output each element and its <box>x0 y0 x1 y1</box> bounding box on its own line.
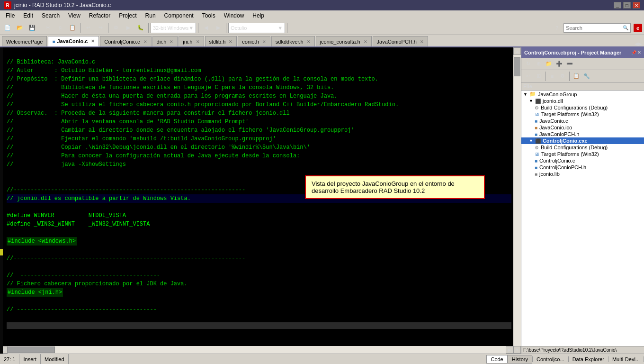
menu-window[interactable]: Window <box>220 11 248 20</box>
panel-tb2-btn4[interactable]: ⚙ <box>558 72 567 81</box>
tree-item-controljconioc[interactable]: ■ ControljConio.c <box>521 157 644 164</box>
maximize-button[interactable]: □ <box>623 2 631 9</box>
menu-component[interactable]: Component <box>161 11 197 20</box>
nav-back[interactable]: ◀ <box>200 23 212 33</box>
menu-file[interactable]: File <box>2 11 18 20</box>
menu-run[interactable]: Run <box>142 11 160 20</box>
exe-icon: ⬛ <box>535 138 541 144</box>
tab-conioh[interactable]: conio.h ✕ <box>238 36 270 46</box>
panel-pin-icon[interactable]: 📌 <box>631 50 636 55</box>
tree-item-controljcioniopch[interactable]: ■ ControljConioPCH.h <box>521 164 644 171</box>
status-panel-controljco[interactable]: Controljco... <box>533 356 569 362</box>
tab-stdlibh[interactable]: stdlib.h ✕ <box>205 36 237 46</box>
tree-item-targetplat-dll[interactable]: 🖥 Target Platforms (Win32) <box>521 111 644 118</box>
hscroll-track[interactable] <box>8 346 506 354</box>
build-button[interactable]: ⚙ <box>110 23 122 33</box>
hscroll-thumb[interactable] <box>8 346 55 353</box>
tab-scroll-right[interactable]: ▶ <box>638 41 642 46</box>
platform-dropdown[interactable]: 32-bit Windows ▼ <box>151 23 196 33</box>
tab-controljconio[interactable]: ControljConio.c ✕ <box>100 36 151 46</box>
tab-javaconiopch-close[interactable]: ✕ <box>420 39 424 44</box>
tab-scroll-left[interactable]: ◀ <box>635 41 638 46</box>
panel-close-icon[interactable]: ✕ <box>637 50 641 55</box>
tab-jnih[interactable]: jni.h ✕ <box>179 36 204 46</box>
panel-tb-btn4[interactable]: ➕ <box>555 60 564 68</box>
menu-search[interactable]: Search <box>38 11 63 20</box>
tree-item-buildconfig-exe[interactable]: ⚙ Build Configurations (Debug) <box>521 144 644 151</box>
paste-button[interactable]: 📋 <box>67 23 78 33</box>
tree-item-targetplat-exe[interactable]: 🖥 Target Platforms (Win32) <box>521 151 644 157</box>
tab-sdkddkver-close[interactable]: ✕ <box>307 39 311 44</box>
tree-item-controljcionioexe[interactable]: ▼ ⬛ ControljConio.exe <box>521 137 644 144</box>
status-panel-multidev[interactable]: Multi-Devi... <box>608 356 644 362</box>
tab-controljconio-close[interactable]: ✕ <box>143 39 147 44</box>
tab-jnih-close[interactable]: ✕ <box>196 39 200 44</box>
save-button[interactable]: 💾 <box>27 23 38 33</box>
tab-dirh-close[interactable]: ✕ <box>170 39 173 44</box>
menu-edit[interactable]: Edit <box>19 11 37 20</box>
toolbar-sep-4 <box>148 23 149 33</box>
run-button[interactable]: ▶ <box>123 23 134 33</box>
copy-button[interactable]: ⎘ <box>54 23 66 33</box>
tab-jconioconsulta[interactable]: jconio_consulta.h ✕ <box>316 36 372 46</box>
menu-help[interactable]: Help <box>249 11 268 20</box>
vscroll-thumb[interactable] <box>514 57 520 76</box>
project-tree[interactable]: ▼ 📁 JavaConioGroup ▼ ⬛ jconio.dll ⚙ Buil… <box>521 91 644 346</box>
tab-jconioconsulta-close[interactable]: ✕ <box>364 39 367 44</box>
tab-javaconio-close[interactable]: ✕ <box>91 39 95 44</box>
tab-javaconiopch[interactable]: JavaConioPCH.h ✕ <box>373 36 428 46</box>
hscroll-right-btn[interactable]: ▶ <box>506 346 513 354</box>
tab-stdlibh-close[interactable]: ✕ <box>229 39 233 44</box>
menu-tools[interactable]: Tools <box>198 11 219 20</box>
editor-scroll-area[interactable]: // Biblioteca: JavaConio.c // Autor : Oc… <box>0 47 513 346</box>
editor-vscroll[interactable]: ▲ ▼ <box>513 47 521 354</box>
panel-tb-btn3[interactable]: 📁 <box>544 60 554 68</box>
menu-view[interactable]: View <box>64 11 84 20</box>
editor-hscroll[interactable]: ◀ ▶ <box>0 346 513 354</box>
panel-tb2-btn5[interactable]: 📋 <box>572 72 581 81</box>
h-file-icon-controljcioniopch: ■ <box>535 165 537 170</box>
panel-tb-btn1[interactable]: ↻ <box>523 60 533 68</box>
tree-item-buildconfig-dll[interactable]: ⚙ Build Configurations (Debug) <box>521 104 644 111</box>
undo-button[interactable]: ↩ <box>82 23 94 33</box>
tree-item-javaconiopch[interactable]: ■ JavaConioPCH.h <box>521 131 644 137</box>
tree-item-javaconioico[interactable]: ■ JavaConio.ico <box>521 124 644 131</box>
cut-button[interactable]: ✂ <box>42 23 54 33</box>
vscroll-track[interactable] <box>513 55 521 346</box>
tree-item-javaconioc[interactable]: ■ JavaConio.c <box>521 118 644 124</box>
tab-dirh[interactable]: dir.h ✕ <box>152 36 178 46</box>
new-button[interactable]: 📄 <box>2 23 13 33</box>
tree-item-jcioniolib[interactable]: ■ jconio.lib <box>521 171 644 177</box>
search-input[interactable] <box>566 25 623 31</box>
tree-item-javaconiogroup[interactable]: ▼ 📁 JavaConioGroup <box>521 91 644 98</box>
tab-javaconio[interactable]: ■ JavaConio.c ✕ <box>48 36 99 46</box>
panel-tb2-btn6[interactable]: 🔧 <box>582 72 591 81</box>
status-tab-code[interactable]: Code <box>486 355 507 364</box>
nav-forward[interactable]: ▶ <box>213 23 224 33</box>
panel-tb2-btn2[interactable]: ⊞ <box>534 72 543 81</box>
tab-conioh-close[interactable]: ✕ <box>262 39 266 44</box>
open-button[interactable]: 📂 <box>14 23 26 33</box>
status-tab-history[interactable]: History <box>508 355 532 364</box>
close-button[interactable]: ✕ <box>633 2 640 9</box>
tab-icon-javaconio: ■ <box>52 39 55 44</box>
tab-welcomepage[interactable]: WelcomeePage <box>2 36 47 46</box>
tab-sdkddkver[interactable]: sdkddkver.h ✕ <box>271 36 315 46</box>
menu-project[interactable]: Project <box>115 11 140 20</box>
menu-refactor[interactable]: Refactor <box>85 11 114 20</box>
config-dropdown[interactable]: Octulio ▼ <box>228 23 285 33</box>
minimize-button[interactable]: _ <box>614 2 621 9</box>
panel-tb-btn2[interactable]: ⊕ <box>534 60 543 68</box>
debug-button[interactable]: 🐛 <box>135 23 146 33</box>
editor-area[interactable]: // Biblioteca: JavaConio.c // Autor : Oc… <box>0 47 513 354</box>
toolbar: 📄 📂 💾 ✂ ⎘ 📋 ↩ ↪ ⚙ ▶ 🐛 32-bit Windows ▼ ◀… <box>0 21 644 35</box>
panel-tb-btn5[interactable]: ➖ <box>565 60 574 68</box>
status-panel-dataexplorer[interactable]: Data Explorer <box>569 356 608 362</box>
redo-button[interactable]: ↪ <box>95 23 106 33</box>
help-button[interactable]: ? <box>551 23 563 33</box>
tree-item-jconiodll[interactable]: ▼ ⬛ jconio.dll <box>521 98 644 104</box>
panel-tb2-btn1[interactable]: ↩ <box>523 72 533 81</box>
panel-tb2-btn3[interactable]: ≡ <box>547 72 557 81</box>
vscroll-down-btn[interactable]: ▼ <box>513 346 521 354</box>
vscroll-up-btn[interactable]: ▲ <box>513 47 521 55</box>
